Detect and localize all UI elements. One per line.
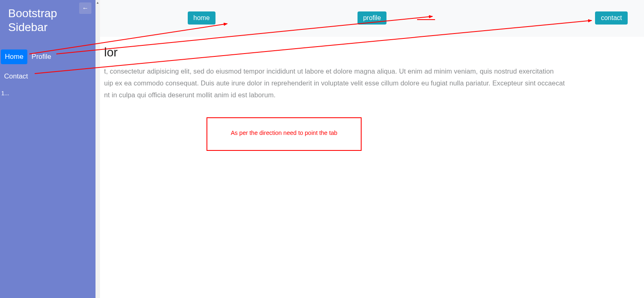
annotation-callout-box: As per the direction need to point the t… [207,117,362,151]
scrollbar-up-icon: ▴ [95,0,100,5]
sidebar-footer-marker: 1... [1,90,9,298]
body-line-1: t, consectetur adipisicing elit, sed do … [104,67,554,75]
tab-content-home: lor t, consectetur adipisicing elit, sed… [100,37,644,109]
nav-profile-button[interactable]: profile [358,11,387,25]
sidebar-item-profile[interactable]: Profile [27,49,55,64]
annotation-text: As per the direction need to point the t… [231,130,337,136]
sidebar-item-home[interactable]: Home [1,49,27,64]
sidebar: ← Bootstrap Sidebar Home Profile Contact… [0,0,95,298]
sidebar-collapse-button[interactable]: ← [79,2,91,14]
content-paragraph: t, consectetur adipisicing elit, sed do … [104,65,640,101]
content-heading: lor [104,45,640,60]
body-line-3: nt in culpa qui officia deserunt mollit … [104,91,275,99]
sidebar-nav: Home Profile Contact [0,49,95,84]
scrollbar-vertical[interactable]: ▴ [95,0,100,298]
main-content-area: home profile contact lor t, consectetur … [100,0,644,298]
top-navbar: home profile contact [100,0,644,37]
nav-contact-button[interactable]: contact [595,11,628,25]
sidebar-item-contact[interactable]: Contact [0,69,95,84]
nav-home-button[interactable]: home [188,11,215,25]
arrow-left-icon: ← [82,4,89,12]
body-line-2: uip ex ea commodo consequat. Duis aute i… [104,79,565,87]
